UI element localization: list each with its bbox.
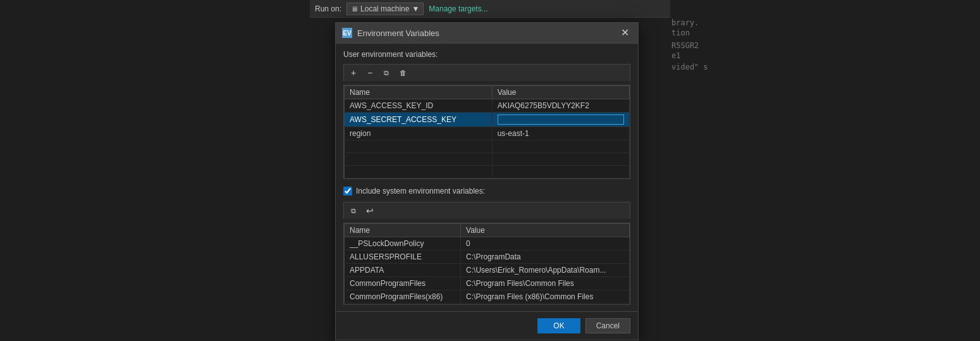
user-vars-container: Name Value AWS_ACCESS_KEY_ID AKIAQ6275B5…	[343, 85, 630, 179]
dropdown-arrow-icon: ▼	[412, 4, 419, 13]
var-value-cell[interactable]	[492, 113, 629, 127]
delete-var-button[interactable]: 🗑	[396, 66, 410, 79]
user-vars-table: Name Value AWS_ACCESS_KEY_ID AKIAQ6275B5…	[344, 85, 630, 178]
var-name-cell: __PSLockDownPolicy	[345, 237, 461, 251]
var-name-cell: AWS_ACCESS_KEY_ID	[345, 99, 493, 113]
table-row[interactable]: CommonProgramFiles C:\Program Files\Comm…	[345, 277, 630, 290]
var-name-cell: CommonProgramFiles	[345, 277, 461, 290]
machine-icon: 🖥	[351, 5, 358, 13]
var-name-cell: ALLUSERSPROFILE	[345, 251, 461, 264]
user-name-col-header: Name	[345, 86, 493, 99]
left-panel	[0, 0, 310, 341]
ok-button[interactable]: OK	[537, 318, 580, 333]
user-vars-section-label: User environment variables:	[343, 50, 630, 59]
var-value-cell: C:\Program Files\Common Files	[461, 277, 630, 290]
table-row-empty-3	[345, 166, 630, 178]
dialog-titlebar: EV Environment Variables ✕	[336, 23, 638, 44]
table-row[interactable]: AWS_ACCESS_KEY_ID AKIAQ6275B5VDLYY2KF2	[345, 99, 630, 113]
copy-var-button[interactable]: ⧉	[379, 66, 393, 79]
table-row[interactable]: APPDATA C:\Users\Erick_Romero\AppData\Ro…	[345, 264, 630, 277]
dialog-footer: OK Cancel	[336, 311, 638, 340]
dialog-body: User environment variables: + − ⧉ 🗑 Name…	[336, 44, 638, 311]
table-row-empty-2	[345, 153, 630, 166]
bg-code-line-1: brary.	[664, 18, 980, 28]
bg-code-line-6: e1	[664, 51, 980, 61]
cancel-button[interactable]: Cancel	[585, 318, 630, 333]
sys-reset-button[interactable]: ↩	[363, 204, 377, 217]
table-row[interactable]: ALLUSERSPROFILE C:\ProgramData	[345, 251, 630, 264]
sys-vars-table: Name Value __PSLockDownPolicy 0 ALLUSERS…	[344, 223, 630, 305]
var-value-cell: C:\ProgramData	[461, 251, 630, 264]
var-value-cell: C:\Program Files\Common Files	[461, 304, 630, 306]
bg-code-line-8: vided" s	[664, 62, 980, 72]
sys-value-col-header: Value	[461, 224, 630, 237]
remove-var-button[interactable]: −	[363, 66, 377, 79]
right-panel: brary. tion R5SGR2 e1 vided" s	[664, 18, 980, 341]
manage-targets-link[interactable]: Manage targets...	[429, 4, 487, 13]
var-value-cell: us-east-1	[492, 127, 629, 140]
dialog-ev-icon: EV	[342, 28, 352, 38]
sys-copy-button[interactable]: ⧉	[346, 204, 360, 217]
var-value-cell: 0	[461, 237, 630, 251]
var-name-cell: APPDATA	[345, 264, 461, 277]
include-system-vars-label: Include system environment variables:	[356, 187, 485, 195]
table-row[interactable]: __PSLockDownPolicy 0	[345, 237, 630, 251]
table-row[interactable]: CommonProgramFiles(x86) C:\Program Files…	[345, 290, 630, 304]
bg-code-line-2: tion	[664, 28, 980, 38]
sys-vars-toolbar: ⧉ ↩	[343, 202, 630, 219]
var-name-cell: region	[345, 127, 493, 140]
table-row[interactable]: CommonProgramW6432 C:\Program Files\Comm…	[345, 304, 630, 306]
user-value-col-header: Value	[492, 86, 629, 99]
bg-code-line-5: R5SGR2	[664, 40, 980, 51]
var-name-cell: CommonProgramFiles(x86)	[345, 290, 461, 304]
environment-variables-dialog: EV Environment Variables ✕ User environm…	[335, 22, 639, 340]
sys-vars-wrapper[interactable]: Name Value __PSLockDownPolicy 0 ALLUSERS…	[343, 223, 630, 305]
machine-dropdown[interactable]: 🖥 Local machine ▼	[346, 3, 424, 15]
user-vars-toolbar: + − ⧉ 🗑	[343, 64, 630, 81]
table-row[interactable]: region us-east-1	[345, 127, 630, 140]
var-value-cell: C:\Program Files (x86)\Common Files	[461, 290, 630, 304]
run-on-label: Run on:	[315, 4, 341, 13]
add-var-button[interactable]: +	[346, 66, 360, 79]
var-name-cell: CommonProgramW6432	[345, 304, 461, 306]
dialog-close-button[interactable]: ✕	[618, 27, 632, 39]
var-name-cell: AWS_SECRET_ACCESS_KEY	[345, 113, 493, 127]
var-value-cell: C:\Users\Erick_Romero\AppData\Roam...	[461, 264, 630, 277]
sys-name-col-header: Name	[345, 224, 461, 237]
include-system-vars-checkbox[interactable]	[343, 187, 352, 195]
toolbar-strip: Run on: 🖥 Local machine ▼ Manage targets…	[310, 0, 670, 18]
include-system-vars-row: Include system environment variables:	[343, 183, 630, 198]
table-row-empty-1	[345, 140, 630, 153]
machine-name: Local machine	[360, 4, 409, 13]
var-value-cell: AKIAQ6275B5VDLYY2KF2	[492, 99, 629, 113]
table-row[interactable]: AWS_SECRET_ACCESS_KEY	[345, 113, 630, 127]
dialog-title: Environment Variables	[357, 28, 613, 38]
